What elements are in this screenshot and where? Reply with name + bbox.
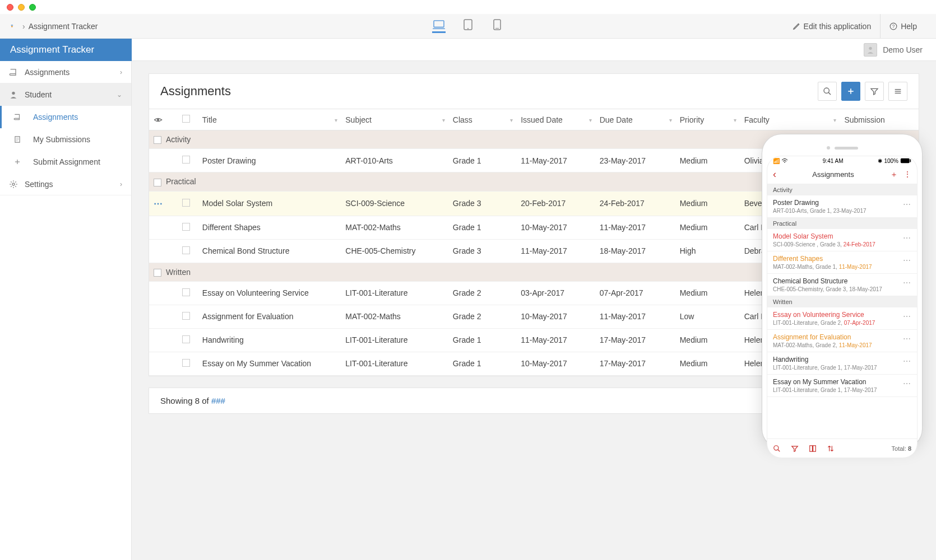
cell-priority: High	[675, 239, 740, 263]
book-icon	[9, 68, 18, 77]
col-due[interactable]: Due Date▾	[595, 109, 675, 130]
mac-window-controls	[0, 0, 936, 14]
mobile-row[interactable]: Essay on My Summer Vacation LIT-001-Lite…	[767, 375, 917, 397]
sort-icon[interactable]	[827, 445, 835, 452]
sidebar-item-assignments[interactable]: Assignments ›	[0, 61, 131, 83]
col-faculty[interactable]: Faculty▾	[740, 109, 840, 130]
checkbox[interactable]	[182, 223, 190, 231]
row-more-icon[interactable]: ⋯	[903, 334, 911, 343]
row-more-icon[interactable]: ⋯	[903, 234, 911, 242]
cell-issued: 11-May-2017	[516, 149, 595, 172]
more-icon[interactable]: ⋮	[903, 170, 911, 180]
mobile-row[interactable]: Handwriting LIT-001-Literature, Grade 1,…	[767, 352, 917, 375]
app-header: Assignment Tracker Demo User	[0, 39, 936, 61]
row-more-icon[interactable]: ⋯	[903, 278, 911, 287]
cell-issued: 10-May-2017	[516, 305, 595, 328]
row-more-icon[interactable]: ⋯	[903, 379, 911, 388]
sidebar-sub-submit[interactable]: Submit Assignment	[0, 151, 131, 173]
edit-application-link[interactable]: Edit this application	[784, 14, 881, 39]
book-icon	[13, 113, 22, 122]
checkbox[interactable]	[182, 115, 190, 123]
sort-icon: ▾	[669, 116, 672, 123]
cell-due: 11-May-2017	[595, 305, 675, 328]
zoom-window-dot[interactable]	[29, 4, 36, 11]
checkbox[interactable]	[182, 156, 190, 164]
add-button[interactable]	[841, 82, 860, 101]
app-title: Assignment Tracker	[0, 39, 132, 61]
sidebar-item-student[interactable]: Student ⌄	[0, 83, 131, 106]
mobile-row[interactable]: Model Solar System SCI-009-Science , Gra…	[767, 229, 917, 251]
row-more-icon[interactable]: ⋯	[903, 357, 911, 366]
checkbox[interactable]	[154, 179, 161, 186]
cell-subject: LIT-001-Literature	[341, 352, 448, 375]
breadcrumb-app[interactable]: Assignment Tracker	[29, 22, 98, 31]
checkbox[interactable]	[182, 359, 190, 367]
sort-icon: ▾	[510, 116, 513, 123]
search-icon[interactable]	[773, 445, 781, 452]
sidebar-sub-submissions[interactable]: My Submissions	[0, 128, 131, 151]
mobile-row[interactable]: Assignment for Evaluation MAT-002-Maths,…	[767, 330, 917, 352]
col-checkbox[interactable]	[178, 109, 198, 130]
col-subject[interactable]: Subject▾	[341, 109, 448, 130]
add-icon[interactable]: ＋	[890, 170, 898, 180]
cell-class: Grade 1	[448, 352, 516, 375]
battery-percent: 100%	[884, 158, 898, 164]
filter-button[interactable]	[865, 82, 884, 101]
col-priority[interactable]: Priority▾	[675, 109, 740, 130]
cell-title: Model Solar System	[198, 191, 341, 216]
svg-point-15	[12, 183, 15, 185]
mobile-preview-button[interactable]	[490, 20, 504, 33]
sidebar-item-label: Student	[25, 90, 52, 99]
checkbox[interactable]	[154, 269, 161, 277]
mobile-row[interactable]: Different Shapes MAT-002-Maths, Grade 1,…	[767, 251, 917, 274]
cell-due: 11-May-2017	[595, 216, 675, 239]
svg-rect-25	[910, 160, 911, 162]
sidebar-item-settings[interactable]: Settings ›	[0, 173, 131, 195]
cell-class: Grade 3	[448, 239, 516, 263]
menu-button[interactable]	[888, 82, 907, 101]
mobile-row[interactable]: Poster Drawing ART-010-Arts, Grade 1, 23…	[767, 195, 917, 218]
edit-label: Edit this application	[804, 22, 872, 31]
cell-subject: LIT-001-Literature	[341, 328, 448, 352]
svg-point-8	[12, 91, 15, 94]
mobile-row[interactable]: Essay on Volunteering Service LIT-001-Li…	[767, 307, 917, 330]
col-issued[interactable]: Issued Date▾	[516, 109, 595, 130]
filter-icon[interactable]	[791, 445, 799, 452]
sidebar-sub-label: Assignments	[33, 113, 78, 122]
checkbox[interactable]	[154, 136, 161, 144]
mobile-row[interactable]: Chemical Bond Structure CHE-005-Chemistr…	[767, 274, 917, 296]
help-link[interactable]: ? Help	[880, 14, 926, 39]
search-button[interactable]	[818, 82, 837, 101]
chevron-right-icon: ›	[120, 68, 122, 76]
checkbox[interactable]	[182, 288, 190, 296]
desktop-preview-button[interactable]	[432, 20, 446, 33]
sidebar-sub-assignments[interactable]: Assignments	[0, 106, 131, 128]
cell-title: Handwriting	[198, 328, 341, 352]
col-eye[interactable]	[149, 109, 178, 130]
svg-line-17	[828, 92, 831, 95]
mobile-section-activity: Activity	[767, 184, 917, 195]
row-actions-icon[interactable]: ⋯	[154, 199, 163, 208]
close-window-dot[interactable]	[7, 4, 13, 11]
cell-class: Grade 1	[448, 149, 516, 172]
checkbox[interactable]	[182, 199, 190, 207]
col-class[interactable]: Class▾	[448, 109, 516, 130]
row-more-icon[interactable]: ⋯	[903, 200, 911, 209]
col-submission[interactable]: Submission	[840, 109, 919, 130]
svg-text:?: ?	[892, 24, 895, 29]
status-time: 9:41 AM	[823, 158, 844, 164]
cell-issued: 10-May-2017	[516, 352, 595, 375]
back-icon[interactable]: ‹	[773, 169, 776, 180]
col-title[interactable]: Title▾	[198, 109, 341, 130]
tablet-preview-button[interactable]	[461, 20, 475, 33]
user-chip[interactable]: Demo User	[864, 43, 936, 57]
sort-icon: ▾	[589, 116, 592, 123]
cell-class: Grade 1	[448, 216, 516, 239]
minimize-window-dot[interactable]	[18, 4, 25, 11]
row-more-icon[interactable]: ⋯	[903, 256, 911, 265]
checkbox[interactable]	[182, 312, 190, 320]
columns-icon[interactable]	[809, 445, 817, 452]
checkbox[interactable]	[182, 246, 190, 254]
checkbox[interactable]	[182, 335, 190, 343]
row-more-icon[interactable]: ⋯	[903, 312, 911, 321]
